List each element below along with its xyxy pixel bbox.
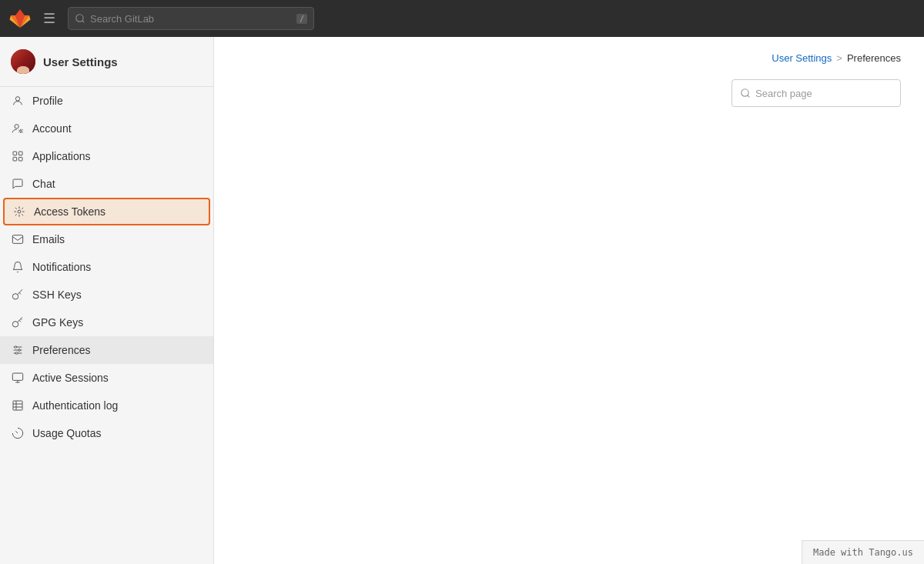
search-page-box[interactable] <box>732 79 901 107</box>
svg-rect-7 <box>13 157 17 161</box>
gitlab-logo <box>9 8 31 29</box>
svg-point-24 <box>742 89 748 96</box>
tango-watermark: Made with Tango.us <box>802 540 924 564</box>
sidebar-item-ssh-keys[interactable]: SSH Keys <box>0 281 213 309</box>
sidebar-header: User Settings <box>0 37 213 87</box>
hamburger-icon[interactable]: ☰ <box>38 7 60 30</box>
chat-icon <box>11 177 25 191</box>
sidebar-label-access-tokens: Access Tokens <box>34 205 105 218</box>
svg-rect-19 <box>12 373 22 380</box>
svg-point-17 <box>18 349 21 352</box>
sidebar-item-gpg-keys[interactable]: GPG Keys <box>0 309 213 336</box>
sidebar-item-account[interactable]: Account <box>0 115 213 142</box>
search-icon <box>75 13 85 24</box>
breadcrumb-parent[interactable]: User Settings <box>772 52 832 64</box>
sidebar-label-chat: Chat <box>32 178 55 190</box>
svg-rect-5 <box>13 152 17 155</box>
person-gear-icon <box>11 122 25 135</box>
sidebar-label-notifications: Notifications <box>32 261 91 273</box>
gauge-icon <box>11 426 25 440</box>
sidebar: User Settings Profile Account Applicatio… <box>0 37 214 564</box>
sidebar-label-preferences: Preferences <box>32 344 90 356</box>
email-icon <box>11 232 25 246</box>
sidebar-item-usage-quotas[interactable]: Usage Quotas <box>0 419 213 447</box>
sidebar-title: User Settings <box>43 55 118 68</box>
search-page-icon <box>740 88 751 98</box>
table-icon <box>11 399 25 412</box>
svg-point-4 <box>20 130 22 132</box>
search-page-input[interactable] <box>755 88 892 99</box>
svg-point-3 <box>15 125 18 128</box>
key-icon <box>11 288 25 302</box>
sliders-icon <box>11 343 25 357</box>
sidebar-item-profile[interactable]: Profile <box>0 87 213 115</box>
svg-point-11 <box>12 294 18 299</box>
svg-line-1 <box>82 21 85 23</box>
breadcrumb-separator: > <box>836 52 842 64</box>
sidebar-label-applications: Applications <box>32 150 91 162</box>
sidebar-label-usage-quotas: Usage Quotas <box>32 427 102 439</box>
svg-point-12 <box>12 322 18 327</box>
sidebar-label-gpg-keys: GPG Keys <box>32 316 83 329</box>
svg-rect-8 <box>18 157 22 161</box>
svg-point-2 <box>15 97 19 101</box>
page-layout: User Settings Profile Account Applicatio… <box>0 37 924 564</box>
svg-point-0 <box>76 15 83 22</box>
svg-rect-20 <box>13 401 22 410</box>
sidebar-label-profile: Profile <box>32 95 63 107</box>
top-navbar: ☰ / <box>0 0 924 37</box>
svg-rect-6 <box>18 152 22 155</box>
token-icon <box>12 205 26 219</box>
search-slash-hint: / <box>296 14 307 24</box>
grid-icon <box>11 149 25 163</box>
bell-icon <box>11 260 25 274</box>
global-search-input[interactable] <box>90 13 292 25</box>
gpg-key-icon <box>11 315 25 329</box>
sidebar-label-emails: Emails <box>32 233 65 245</box>
avatar <box>11 49 35 74</box>
svg-point-9 <box>18 210 21 213</box>
svg-point-16 <box>15 346 17 349</box>
svg-line-25 <box>748 95 750 98</box>
sidebar-item-active-sessions[interactable]: Active Sessions <box>0 364 213 392</box>
sidebar-item-auth-log[interactable]: Authentication log <box>0 392 213 419</box>
sidebar-item-emails[interactable]: Emails <box>0 225 213 253</box>
sidebar-item-preferences[interactable]: Preferences <box>0 336 213 364</box>
svg-rect-10 <box>12 235 22 244</box>
global-search-box[interactable]: / <box>68 7 314 30</box>
main-content: User Settings > Preferences <box>214 37 924 564</box>
sidebar-label-active-sessions: Active Sessions <box>32 372 109 384</box>
sidebar-item-chat[interactable]: Chat <box>0 170 213 198</box>
sidebar-item-applications[interactable]: Applications <box>0 142 213 170</box>
breadcrumb: User Settings > Preferences <box>237 52 901 64</box>
sidebar-label-account: Account <box>32 122 72 135</box>
person-icon <box>11 94 25 108</box>
monitor-icon <box>11 371 25 385</box>
breadcrumb-current: Preferences <box>847 52 901 64</box>
sidebar-item-access-tokens[interactable]: Access Tokens <box>3 198 210 225</box>
svg-point-18 <box>15 352 18 355</box>
sidebar-item-notifications[interactable]: Notifications <box>0 253 213 281</box>
sidebar-label-ssh-keys: SSH Keys <box>32 289 82 301</box>
sidebar-label-auth-log: Authentication log <box>32 399 118 412</box>
